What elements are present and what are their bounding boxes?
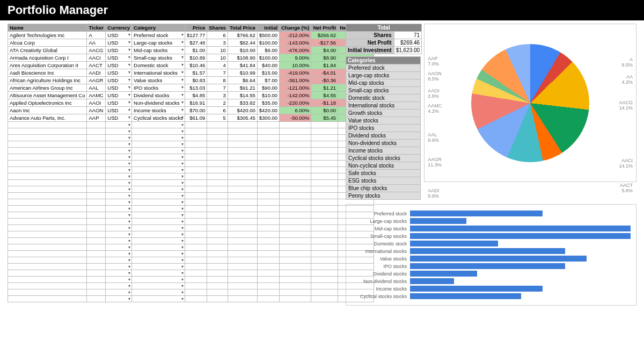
cell-name[interactable]: Aadi Bioscience Inc — [8, 69, 87, 77]
cell-price[interactable]: $4.85 — [185, 92, 207, 99]
empty-row[interactable] — [8, 173, 374, 180]
cell-totalprice[interactable]: $6.64 — [228, 77, 257, 84]
cell-initial[interactable]: $6.00 — [257, 47, 279, 54]
cell-netprofit[interactable]: -$0.36 — [311, 77, 338, 84]
col-header[interactable]: Category — [132, 24, 185, 32]
table-row[interactable]: Agilent Technologies IncAUSDPreferred st… — [8, 32, 374, 39]
empty-row[interactable] — [8, 277, 374, 283]
cell-name[interactable]: Advance Auto Parts, Inc. — [8, 114, 87, 122]
cell-shares[interactable]: 6 — [207, 32, 228, 39]
cell-ticker[interactable]: AA — [87, 39, 106, 47]
cell-totalprice[interactable]: $766.62 — [228, 32, 257, 39]
cell-currency[interactable]: USD — [106, 62, 132, 69]
col-header[interactable]: Currency — [106, 24, 132, 32]
cell-totalprice[interactable]: $10.99 — [228, 69, 257, 77]
cell-name[interactable]: Armada Acquisition Corp I — [8, 54, 87, 62]
col-header[interactable]: Total Price — [228, 24, 257, 32]
cell-category[interactable]: Non-dividend stocks — [132, 99, 185, 107]
cell-totalprice[interactable]: $33.82 — [228, 99, 257, 107]
empty-row[interactable] — [8, 122, 374, 128]
cell-initial[interactable]: $100.00 — [257, 39, 279, 47]
cell-initial[interactable]: $40.00 — [257, 62, 279, 69]
cell-netprofit[interactable]: $1.21 — [311, 84, 338, 92]
empty-row[interactable] — [8, 296, 374, 302]
empty-row[interactable] — [8, 141, 374, 148]
empty-row[interactable] — [8, 180, 374, 186]
empty-row[interactable] — [8, 257, 374, 264]
table-row[interactable]: Advance Auto Parts, Inc.AAPUSDCyclical s… — [8, 114, 374, 122]
cell-ticker[interactable]: AAL — [87, 84, 106, 92]
table-row[interactable]: American Airlines Group IncAALUSDIPO sto… — [8, 84, 374, 92]
cell-ticker[interactable]: AACT — [87, 62, 106, 69]
cell-totalprice[interactable]: $420.00 — [228, 107, 257, 114]
cell-initial[interactable]: $35.00 — [257, 99, 279, 107]
cell-price[interactable]: $127.77 — [185, 32, 207, 39]
table-row[interactable]: Armada Acquisition Corp IAACIUSDSmall-ca… — [8, 54, 374, 62]
empty-row[interactable] — [8, 135, 374, 141]
empty-row[interactable] — [8, 199, 374, 206]
cell-price[interactable]: $70.00 — [185, 107, 207, 114]
cell-category[interactable]: IPO stocks — [132, 84, 185, 92]
cell-name[interactable]: Ares Acquisition Corporation II — [8, 62, 87, 69]
col-header[interactable]: Name — [8, 24, 87, 32]
cell-change[interactable]: -121.00% — [280, 84, 311, 92]
cell-ticker[interactable]: A — [87, 32, 106, 39]
empty-row[interactable] — [8, 283, 374, 289]
cell-ticker[interactable]: AAON — [87, 107, 106, 114]
empty-row[interactable] — [8, 128, 374, 135]
cell-currency[interactable]: USD — [106, 77, 132, 84]
cell-currency[interactable]: USD — [106, 54, 132, 62]
cell-price[interactable]: $1.00 — [185, 47, 207, 54]
table-row[interactable]: Ares Acquisition Corporation IIAACTUSDDo… — [8, 62, 374, 69]
empty-row[interactable] — [8, 264, 374, 270]
empty-row[interactable] — [8, 148, 374, 154]
cell-netprofit[interactable]: $8.90 — [311, 54, 338, 62]
cell-category[interactable]: Cyclical stocks stocks — [132, 114, 185, 122]
cell-price[interactable]: $10.46 — [185, 62, 207, 69]
cell-ticker[interactable]: AAGR — [87, 77, 106, 84]
table-row[interactable]: Aaon IncAAONUSDIncome stocks$70.006$420.… — [8, 107, 374, 114]
cell-initial[interactable]: $10.00 — [257, 92, 279, 99]
cell-currency[interactable]: USD — [106, 32, 132, 39]
col-header[interactable]: Change (%) — [280, 24, 311, 32]
cell-initial[interactable]: $500.00 — [257, 32, 279, 39]
empty-row[interactable] — [8, 251, 374, 257]
cell-change[interactable]: -50.00% — [280, 114, 311, 122]
table-row[interactable]: Alcoa CorpAAUSDLarge-cap stocks$27.483$8… — [8, 39, 374, 47]
cell-ticker[interactable]: AAOI — [87, 99, 106, 107]
cell-initial[interactable]: $300.00 — [257, 114, 279, 122]
cell-price[interactable]: $16.91 — [185, 99, 207, 107]
cell-price[interactable]: $0.83 — [185, 77, 207, 84]
cell-change[interactable]: -361.00% — [280, 77, 311, 84]
cell-name[interactable]: Applied Optoelectronics Inc — [8, 99, 87, 107]
empty-row[interactable] — [8, 289, 374, 296]
empty-row[interactable] — [8, 238, 374, 244]
table-row[interactable]: African Agriculture Holdings IncAAGRUSDV… — [8, 77, 374, 84]
empty-row[interactable] — [8, 270, 374, 277]
cell-category[interactable]: Value stocks — [132, 77, 185, 84]
cell-shares[interactable]: 7 — [207, 84, 228, 92]
cell-change[interactable]: -419.00% — [280, 69, 311, 77]
empty-row[interactable] — [8, 225, 374, 231]
cell-shares[interactable]: 3 — [207, 39, 228, 47]
cell-initial[interactable]: $100.00 — [257, 54, 279, 62]
cell-ticker[interactable]: AAMC — [87, 92, 106, 99]
cell-category[interactable]: Preferred stock — [132, 32, 185, 39]
cell-netprofit[interactable]: $266.62 — [311, 32, 338, 39]
cell-shares[interactable]: 8 — [207, 77, 228, 84]
cell-category[interactable]: Large-cap stocks — [132, 39, 185, 47]
cell-currency[interactable]: USD — [106, 84, 132, 92]
cell-category[interactable]: Mid-cap stocks — [132, 47, 185, 54]
cell-shares[interactable]: 10 — [207, 47, 228, 54]
cell-price[interactable]: $27.48 — [185, 39, 207, 47]
cell-ticker[interactable]: AADI — [87, 69, 106, 77]
cell-currency[interactable]: USD — [106, 47, 132, 54]
cell-initial[interactable]: $15.00 — [257, 69, 279, 77]
cell-netprofit[interactable]: -$17.56 — [311, 39, 338, 47]
cell-currency[interactable]: USD — [106, 99, 132, 107]
cell-totalprice[interactable]: $91.21 — [228, 84, 257, 92]
cell-change[interactable]: -143.00% — [280, 39, 311, 47]
cell-name[interactable]: Altisource Asset Management Co — [8, 92, 87, 99]
empty-row[interactable] — [8, 193, 374, 199]
cell-ticker[interactable]: AACG — [87, 47, 106, 54]
